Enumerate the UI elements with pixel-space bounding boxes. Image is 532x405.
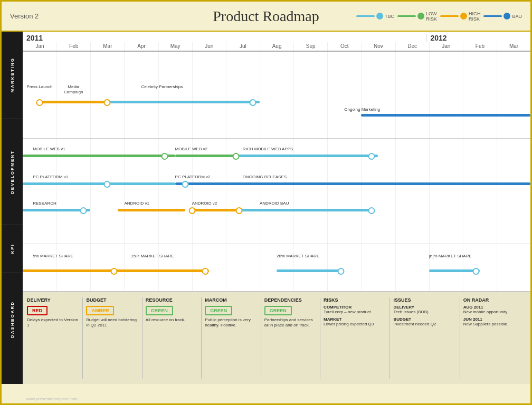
media-campaign-node [104, 99, 111, 106]
marketing-section: Press Launch MediaCampaign Celebrity Par… [23, 52, 530, 139]
mobile-web-v2-node2 [233, 153, 240, 160]
android-v2-line [192, 209, 243, 211]
android-v2-node [188, 207, 195, 214]
legend-tbc: TBC [356, 13, 394, 20]
celebrity-partnerships-label: Celebrity Partnerships [141, 84, 183, 89]
mobile-web-v1-line [23, 155, 175, 157]
row-label-development: DEVELOPMENT [2, 119, 23, 225]
legend-highrisk-label: HIGHRISK [469, 11, 481, 22]
marcom-text: Public perception is very healthy. Posit… [205, 317, 257, 329]
page-title: Product Roadmap [213, 8, 319, 25]
issue-delivery: DELIVERY Tech issues (BOB) [393, 305, 456, 314]
on-radar-item2-text: New Suppliers possible. [463, 322, 526, 326]
legend: TBC LOWRISK HIGHRISK BAU [356, 11, 522, 22]
research-label: RESEARCH [33, 201, 56, 206]
dashboard-budget: BUDGET AMBER Budget will need bolstering… [86, 297, 138, 379]
android-bau-label: ANDROID BAU [260, 201, 289, 206]
rich-mobile-node [368, 153, 375, 160]
issue-delivery-text: Tech issues (BOB) [393, 310, 456, 314]
risk-market-title: MARKET [324, 317, 386, 322]
resource-badge: GREEN [146, 306, 173, 315]
month-jul1: Jul [226, 42, 260, 51]
marcom-badge: GREEN [205, 306, 232, 315]
resource-title: RESOURCE [146, 297, 198, 303]
legend-bau-line [483, 15, 502, 17]
risk-market-text: Lower pricing expected Q3 [324, 322, 386, 326]
development-section: MOBILE WEB v1 MOBILE WEB v2 RICH MOBILE … [23, 139, 530, 244]
ongoing-releases-line [175, 182, 530, 185]
kpi4-node [473, 268, 480, 275]
dashboard-on-radar: ON RADAR AUG 2011 New mobile opportunity… [463, 297, 526, 379]
dashboard-section: DELIVERY RED Delays expected to Version … [23, 292, 530, 384]
kpi4-line [429, 269, 480, 272]
rich-mobile-line [236, 155, 378, 157]
android-bau-node [368, 207, 375, 214]
row-label-dashboard: DASHBOARD [2, 273, 23, 365]
mobile-web-v1-label: MOBILE WEB v1 [33, 147, 65, 151]
dashboard-resource: RESOURCE GREEN All resource on track. [146, 297, 198, 379]
dashboard-dependencies: DEPENDENCIES GREEN Partnerships and serv… [264, 297, 317, 379]
month-jan1: Jan [23, 42, 56, 51]
legend-high-risk: HIGHRISK [440, 11, 481, 22]
android-bau-line [239, 209, 375, 211]
issues-title: ISSUES [393, 297, 456, 303]
kpi3-label: 28% MARKET SHARE [277, 254, 319, 258]
kpi1-line [23, 269, 118, 272]
legend-bau-dot [504, 13, 510, 20]
kpi-section: 5% MARKET SHARE 15% MARKET SHARE 28% MAR… [23, 244, 530, 292]
celebrity-node [250, 99, 256, 106]
dependencies-title: DEPENDENCIES [264, 297, 317, 303]
kpi3-line [277, 269, 344, 272]
delivery-text: Delays expected to Version 1 [27, 317, 79, 329]
risk-competitor-text: Tyrell corp – new product. [324, 310, 386, 314]
kpi3-node [337, 268, 344, 275]
delivery-title: DELIVERY [27, 297, 79, 303]
marcom-title: MARCOM [205, 297, 257, 303]
celebrity-line [107, 101, 260, 103]
legend-tbc-label: TBC [385, 14, 394, 19]
on-radar-item1: AUG 2011 New mobile opportunity [463, 305, 526, 314]
android-v2-label: ANDROID v2 [192, 201, 217, 206]
budget-text: Budget will need bolstering in Q2 2011 [86, 317, 138, 329]
marketing-orange-line [40, 101, 107, 103]
year-2012: 2012 [426, 34, 530, 42]
legend-low-risk: LOWRISK [397, 11, 437, 22]
month-may1: May [158, 42, 192, 51]
on-radar-item1-title: AUG 2011 [463, 305, 526, 310]
watermark: www.presentationpoint.com [26, 397, 78, 401]
grid-overlay [23, 52, 530, 138]
kpi4-label: [n]% MARKET SHARE [429, 254, 472, 258]
month-nov1: Nov [361, 42, 395, 51]
month-mar2: Mar [497, 42, 530, 51]
kpi2-node [202, 268, 209, 275]
risk-market: MARKET Lower pricing expected Q3 [324, 317, 386, 326]
issue-budget: BUDGET Investment needed Q2 [393, 317, 456, 326]
dashboard-marcom: MARCOM GREEN Public perception is very h… [205, 297, 257, 379]
press-launch-node [36, 99, 43, 106]
legend-bau-label: BAU [512, 14, 522, 19]
rich-mobile-label: RICH MOBILE WEB APPS [243, 147, 293, 151]
android-v2-node2 [236, 207, 243, 214]
pc-v2-label: PC PLATFORM v2 [175, 175, 211, 179]
risk-competitor: COMPETITOR Tyrell corp – new product. [324, 305, 386, 314]
budget-badge: AMBER [86, 306, 114, 315]
kpi1-label: 5% MARKET SHARE [33, 254, 73, 258]
android-v1-line [118, 209, 185, 211]
month-feb1: Feb [56, 42, 90, 51]
kpi2-line [114, 269, 209, 272]
press-launch-label: Press Launch [27, 84, 53, 90]
pc-v1-line [23, 182, 175, 185]
month-dec1: Dec [395, 42, 429, 51]
risk-competitor-title: COMPETITOR [324, 305, 386, 310]
row-label-marketing: MARKETING [2, 32, 23, 119]
issue-budget-text: Investment needed Q2 [393, 322, 456, 326]
legend-tbc-dot [376, 13, 383, 20]
on-radar-item1-text: New mobile opportunity [463, 310, 526, 314]
month-header: Jan Feb Mar Apr May Jun Jul Aug Sep Oct … [23, 42, 530, 52]
month-feb2: Feb [463, 42, 497, 51]
month-jan2: Jan [429, 42, 463, 51]
research-node [80, 207, 87, 214]
ongoing-line [361, 114, 530, 117]
month-mar1: Mar [90, 42, 124, 51]
delivery-badge: RED [27, 306, 48, 315]
